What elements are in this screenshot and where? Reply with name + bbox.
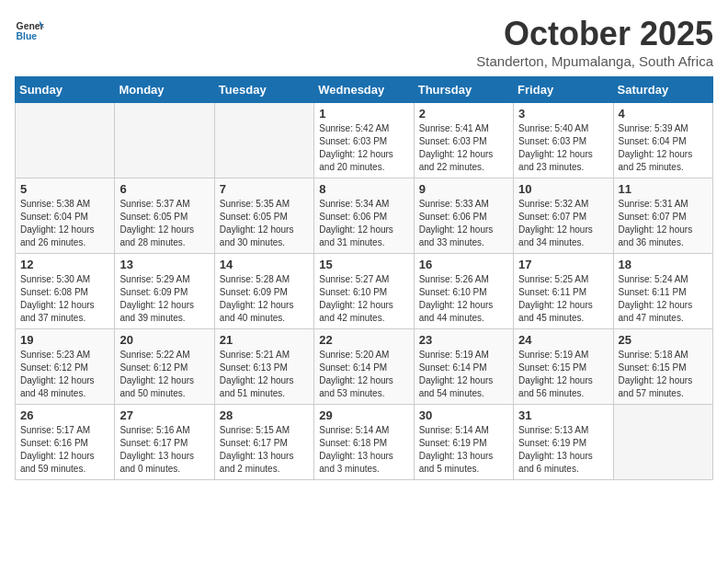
day-number: 24 xyxy=(518,333,608,347)
day-info: Sunrise: 5:22 AM Sunset: 6:12 PM Dayligh… xyxy=(119,349,209,400)
day-info: Sunrise: 5:24 AM Sunset: 6:11 PM Dayligh… xyxy=(619,273,708,325)
day-info: Sunrise: 5:20 AM Sunset: 6:14 PM Dayligh… xyxy=(319,349,408,400)
day-info: Sunrise: 5:19 AM Sunset: 6:14 PM Dayligh… xyxy=(419,349,508,400)
calendar-cell xyxy=(214,103,313,178)
day-number: 31 xyxy=(518,408,608,422)
calendar-cell: 9Sunrise: 5:33 AM Sunset: 6:06 PM Daylig… xyxy=(414,178,513,254)
day-number: 23 xyxy=(419,333,508,347)
weekday-header-sunday: Sunday xyxy=(16,77,115,103)
day-info: Sunrise: 5:31 AM Sunset: 6:07 PM Dayligh… xyxy=(619,198,708,249)
weekday-header-saturday: Saturday xyxy=(613,77,712,103)
calendar-cell: 5Sunrise: 5:38 AM Sunset: 6:04 PM Daylig… xyxy=(16,178,115,254)
calendar-cell: 22Sunrise: 5:20 AM Sunset: 6:14 PM Dayli… xyxy=(314,329,414,405)
day-number: 7 xyxy=(220,182,309,196)
day-number: 16 xyxy=(419,258,508,271)
calendar-cell: 14Sunrise: 5:28 AM Sunset: 6:09 PM Dayli… xyxy=(214,254,313,329)
day-info: Sunrise: 5:41 AM Sunset: 6:03 PM Dayligh… xyxy=(419,122,508,174)
day-number: 25 xyxy=(619,333,708,347)
day-number: 15 xyxy=(319,258,408,271)
day-number: 8 xyxy=(319,182,408,196)
day-number: 27 xyxy=(119,408,209,422)
calendar-table: SundayMondayTuesdayWednesdayThursdayFrid… xyxy=(15,76,713,480)
calendar-week-row: 1Sunrise: 5:42 AM Sunset: 6:03 PM Daylig… xyxy=(16,103,713,178)
calendar-cell: 10Sunrise: 5:32 AM Sunset: 6:07 PM Dayli… xyxy=(514,178,613,254)
day-info: Sunrise: 5:19 AM Sunset: 6:15 PM Dayligh… xyxy=(518,349,608,400)
day-number: 12 xyxy=(20,258,109,271)
day-number: 21 xyxy=(220,333,309,347)
title-block: October 2025 Standerton, Mpumalanga, Sou… xyxy=(476,15,713,69)
day-number: 20 xyxy=(119,333,209,347)
logo: General Blue xyxy=(15,15,44,44)
logo-icon: General Blue xyxy=(15,15,44,44)
day-info: Sunrise: 5:38 AM Sunset: 6:04 PM Dayligh… xyxy=(20,198,109,249)
calendar-cell: 6Sunrise: 5:37 AM Sunset: 6:05 PM Daylig… xyxy=(115,178,214,254)
day-number: 26 xyxy=(20,408,109,422)
svg-text:Blue: Blue xyxy=(17,31,38,41)
day-info: Sunrise: 5:16 AM Sunset: 6:17 PM Dayligh… xyxy=(119,424,209,476)
calendar-cell: 11Sunrise: 5:31 AM Sunset: 6:07 PM Dayli… xyxy=(613,178,712,254)
weekday-header-row: SundayMondayTuesdayWednesdayThursdayFrid… xyxy=(16,77,713,103)
calendar-cell: 31Sunrise: 5:13 AM Sunset: 6:19 PM Dayli… xyxy=(514,405,613,480)
weekday-header-wednesday: Wednesday xyxy=(314,77,414,103)
weekday-header-monday: Monday xyxy=(115,77,214,103)
day-info: Sunrise: 5:18 AM Sunset: 6:15 PM Dayligh… xyxy=(619,349,708,400)
day-info: Sunrise: 5:40 AM Sunset: 6:03 PM Dayligh… xyxy=(518,122,608,174)
calendar-cell: 3Sunrise: 5:40 AM Sunset: 6:03 PM Daylig… xyxy=(514,103,613,178)
calendar-cell: 20Sunrise: 5:22 AM Sunset: 6:12 PM Dayli… xyxy=(115,329,214,405)
day-info: Sunrise: 5:26 AM Sunset: 6:10 PM Dayligh… xyxy=(419,273,508,325)
calendar-cell: 21Sunrise: 5:21 AM Sunset: 6:13 PM Dayli… xyxy=(214,329,313,405)
calendar-cell: 19Sunrise: 5:23 AM Sunset: 6:12 PM Dayli… xyxy=(16,329,115,405)
day-number: 13 xyxy=(119,258,209,271)
calendar-cell: 30Sunrise: 5:14 AM Sunset: 6:19 PM Dayli… xyxy=(414,405,513,480)
day-info: Sunrise: 5:29 AM Sunset: 6:09 PM Dayligh… xyxy=(119,273,209,325)
calendar-cell: 26Sunrise: 5:17 AM Sunset: 6:16 PM Dayli… xyxy=(16,405,115,480)
calendar-week-row: 5Sunrise: 5:38 AM Sunset: 6:04 PM Daylig… xyxy=(16,178,713,254)
day-number: 30 xyxy=(419,408,508,422)
calendar-cell xyxy=(613,405,712,480)
day-number: 10 xyxy=(518,182,608,196)
day-info: Sunrise: 5:14 AM Sunset: 6:18 PM Dayligh… xyxy=(319,424,408,476)
day-number: 29 xyxy=(319,408,408,422)
calendar-week-row: 12Sunrise: 5:30 AM Sunset: 6:08 PM Dayli… xyxy=(16,254,713,329)
day-number: 18 xyxy=(619,258,708,271)
calendar-cell: 2Sunrise: 5:41 AM Sunset: 6:03 PM Daylig… xyxy=(414,103,513,178)
day-number: 28 xyxy=(220,408,309,422)
calendar-cell: 7Sunrise: 5:35 AM Sunset: 6:05 PM Daylig… xyxy=(214,178,313,254)
day-info: Sunrise: 5:42 AM Sunset: 6:03 PM Dayligh… xyxy=(319,122,408,174)
page-header: General Blue October 2025 Standerton, Mp… xyxy=(15,15,713,69)
day-number: 11 xyxy=(619,182,708,196)
calendar-week-row: 19Sunrise: 5:23 AM Sunset: 6:12 PM Dayli… xyxy=(16,329,713,405)
calendar-cell: 4Sunrise: 5:39 AM Sunset: 6:04 PM Daylig… xyxy=(613,103,712,178)
day-number: 14 xyxy=(220,258,309,271)
calendar-cell: 24Sunrise: 5:19 AM Sunset: 6:15 PM Dayli… xyxy=(514,329,613,405)
day-info: Sunrise: 5:32 AM Sunset: 6:07 PM Dayligh… xyxy=(518,198,608,249)
calendar-cell: 18Sunrise: 5:24 AM Sunset: 6:11 PM Dayli… xyxy=(613,254,712,329)
calendar-week-row: 26Sunrise: 5:17 AM Sunset: 6:16 PM Dayli… xyxy=(16,405,713,480)
day-number: 1 xyxy=(319,107,408,121)
calendar-cell: 28Sunrise: 5:15 AM Sunset: 6:17 PM Dayli… xyxy=(214,405,313,480)
day-number: 17 xyxy=(518,258,608,271)
day-info: Sunrise: 5:25 AM Sunset: 6:11 PM Dayligh… xyxy=(518,273,608,325)
day-info: Sunrise: 5:30 AM Sunset: 6:08 PM Dayligh… xyxy=(20,273,109,325)
calendar-cell xyxy=(16,103,115,178)
day-info: Sunrise: 5:14 AM Sunset: 6:19 PM Dayligh… xyxy=(419,424,508,476)
day-number: 2 xyxy=(419,107,508,121)
calendar-cell: 1Sunrise: 5:42 AM Sunset: 6:03 PM Daylig… xyxy=(314,103,414,178)
day-info: Sunrise: 5:28 AM Sunset: 6:09 PM Dayligh… xyxy=(220,273,309,325)
day-info: Sunrise: 5:17 AM Sunset: 6:16 PM Dayligh… xyxy=(20,424,109,476)
calendar-cell: 16Sunrise: 5:26 AM Sunset: 6:10 PM Dayli… xyxy=(414,254,513,329)
calendar-cell: 15Sunrise: 5:27 AM Sunset: 6:10 PM Dayli… xyxy=(314,254,414,329)
weekday-header-friday: Friday xyxy=(514,77,613,103)
calendar-cell: 27Sunrise: 5:16 AM Sunset: 6:17 PM Dayli… xyxy=(115,405,214,480)
day-info: Sunrise: 5:39 AM Sunset: 6:04 PM Dayligh… xyxy=(619,122,708,174)
day-info: Sunrise: 5:35 AM Sunset: 6:05 PM Dayligh… xyxy=(220,198,309,249)
day-info: Sunrise: 5:27 AM Sunset: 6:10 PM Dayligh… xyxy=(319,273,408,325)
weekday-header-tuesday: Tuesday xyxy=(214,77,313,103)
day-info: Sunrise: 5:13 AM Sunset: 6:19 PM Dayligh… xyxy=(518,424,608,476)
day-info: Sunrise: 5:37 AM Sunset: 6:05 PM Dayligh… xyxy=(119,198,209,249)
calendar-cell: 17Sunrise: 5:25 AM Sunset: 6:11 PM Dayli… xyxy=(514,254,613,329)
weekday-header-thursday: Thursday xyxy=(414,77,513,103)
month-title: October 2025 xyxy=(476,15,713,53)
day-number: 6 xyxy=(119,182,209,196)
calendar-cell: 25Sunrise: 5:18 AM Sunset: 6:15 PM Dayli… xyxy=(613,329,712,405)
